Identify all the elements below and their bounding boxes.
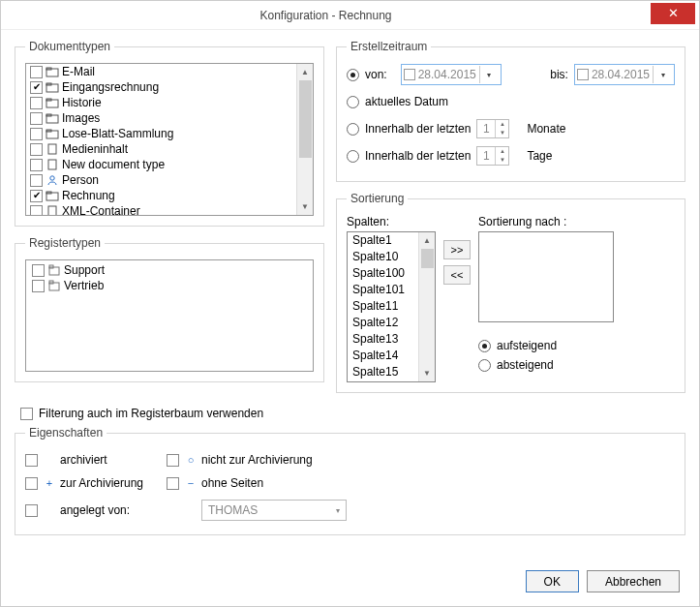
dokumenttypen-group: Dokumenttypen E-MailEingangsrechnungHist… [15, 40, 324, 227]
radio-von[interactable] [347, 69, 359, 81]
scroll-down-icon[interactable]: ▼ [297, 198, 313, 215]
doctype-item[interactable]: New document type [26, 157, 313, 172]
checkbox-filterung[interactable] [20, 408, 33, 420]
doctype-checkbox[interactable] [30, 159, 43, 171]
label-monate: Monate [527, 122, 565, 136]
doctype-label: New document type [62, 158, 165, 171]
ohne-icon: − [180, 477, 201, 489]
label-filterung: Filterung auch im Registerbaum verwenden [39, 407, 263, 420]
doctype-checkbox[interactable] [30, 190, 43, 202]
radio-monate[interactable] [347, 123, 359, 136]
scrollbar[interactable]: ▲ ▼ [296, 64, 313, 215]
scroll-up-icon[interactable]: ▲ [297, 64, 313, 80]
dropdown-icon[interactable]: ▾ [479, 66, 499, 83]
doctype-checkbox[interactable] [30, 66, 43, 78]
doctype-checkbox[interactable] [30, 81, 43, 94]
tab-icon [47, 280, 61, 291]
checkbox-zurarch[interactable] [25, 477, 38, 490]
scroll-up-icon[interactable]: ▲ [419, 232, 435, 249]
doctype-item[interactable]: Eingangsrechnung [26, 79, 313, 95]
doctype-checkbox[interactable] [30, 97, 43, 109]
folder-icon [46, 128, 59, 139]
titlebar: Konfiguration - Rechnung ✕ [1, 1, 699, 30]
doctype-checkbox[interactable] [30, 143, 43, 156]
checkbox-angelegt[interactable] [25, 504, 38, 517]
legend-eigenschaften: Eigenschaften [25, 426, 107, 440]
tab-icon [47, 264, 61, 276]
doctype-item[interactable]: XML-Container [26, 203, 313, 215]
doctype-checkbox[interactable] [30, 174, 43, 187]
remove-column-button[interactable]: << [443, 265, 471, 285]
label-aktuell: aktuelles Datum [365, 95, 448, 108]
doctype-label: XML-Container [62, 204, 140, 215]
scroll-thumb[interactable] [299, 80, 312, 158]
cancel-button[interactable]: Abbrechen [587, 570, 680, 592]
regtype-label: Vertrieb [64, 279, 104, 292]
svg-rect-15 [48, 206, 56, 215]
spin-up-icon[interactable]: ▲ [496, 120, 508, 129]
doctype-item[interactable]: Historie [26, 95, 313, 110]
spalten-list[interactable]: Spalte1Spalte10Spalte100Spalte101Spalte1… [347, 231, 436, 382]
label-archiviert: archiviert [60, 453, 167, 467]
spin-tage[interactable]: ▲▼ [476, 146, 509, 166]
regtype-checkbox[interactable] [32, 280, 45, 292]
spin-down-icon[interactable]: ▼ [496, 156, 508, 165]
folder-icon [46, 66, 59, 77]
date-von[interactable]: 28.04.2015 ▾ [401, 64, 502, 85]
ok-button[interactable]: OK [526, 570, 579, 592]
zurarch-icon: + [39, 477, 60, 489]
checkbox-ohne[interactable] [167, 477, 179, 490]
radio-absteigend[interactable] [478, 359, 491, 372]
checkbox-nichtarch[interactable] [167, 454, 179, 467]
doctype-checkbox[interactable] [30, 112, 43, 125]
doctype-item[interactable]: Images [26, 110, 313, 126]
svg-point-12 [50, 176, 54, 180]
doctype-label: Images [62, 111, 100, 125]
doctype-label: Lose-Blatt-Sammlung [62, 127, 173, 140]
scroll-thumb[interactable] [421, 249, 434, 268]
doctype-label: Medieninhalt [62, 142, 128, 156]
nichtarch-icon: ○ [180, 454, 201, 466]
spin-monate[interactable]: ▲▼ [476, 119, 509, 138]
checkbox-archiviert[interactable] [25, 454, 38, 467]
regtype-checkbox[interactable] [32, 264, 45, 277]
doctype-item[interactable]: Lose-Blatt-Sammlung [26, 126, 313, 141]
label-innerhalb-tage: Innerhalb der letzten [365, 149, 471, 163]
regtype-item[interactable]: Vertrieb [28, 278, 311, 293]
combo-angelegt-von[interactable]: THOMAS▾ [201, 500, 347, 521]
window-title: Konfiguration - Rechnung [1, 9, 651, 22]
page-icon [46, 159, 59, 170]
sortnach-list[interactable] [478, 231, 614, 322]
person-icon [46, 174, 59, 186]
doctype-item[interactable]: Medieninhalt [26, 141, 313, 157]
doctype-checkbox[interactable] [30, 128, 43, 140]
scrollbar[interactable]: ▲ ▼ [418, 232, 435, 381]
doctype-item[interactable]: Person [26, 172, 313, 188]
folder-icon [46, 190, 59, 201]
radio-aufsteigend[interactable] [478, 340, 491, 352]
scroll-down-icon[interactable]: ▼ [419, 365, 435, 381]
eigenschaften-group: Eigenschaften archiviert ○nicht zur Arch… [15, 426, 685, 535]
close-button[interactable]: ✕ [651, 3, 695, 24]
date-checkbox-icon[interactable] [577, 69, 589, 80]
date-checkbox-icon[interactable] [404, 69, 415, 80]
registertypen-list[interactable]: SupportVertrieb [25, 259, 314, 372]
registertypen-group: Registertypen SupportVertrieb [15, 236, 324, 382]
doctype-checkbox[interactable] [30, 205, 43, 216]
radio-tage[interactable] [347, 150, 359, 163]
date-bis[interactable]: 28.04.2015 ▾ [574, 64, 675, 85]
spin-up-icon[interactable]: ▲ [496, 147, 508, 156]
dropdown-icon[interactable]: ▾ [653, 66, 672, 83]
svg-rect-10 [48, 144, 56, 154]
regtype-item[interactable]: Support [28, 262, 311, 278]
spin-down-icon[interactable]: ▼ [496, 129, 508, 137]
doctype-item[interactable]: E-Mail [26, 64, 313, 79]
doctype-item[interactable]: Rechnung [26, 188, 313, 203]
dokumenttypen-list[interactable]: E-MailEingangsrechnungHistorieImagesLose… [25, 63, 314, 216]
add-column-button[interactable]: >> [443, 240, 471, 259]
folder-icon [46, 81, 59, 93]
label-angelegt: angelegt von: [60, 503, 167, 517]
radio-aktuell[interactable] [347, 96, 359, 108]
label-nichtarch: nicht zur Archivierung [201, 453, 675, 467]
legend-registertypen: Registertypen [25, 236, 105, 250]
